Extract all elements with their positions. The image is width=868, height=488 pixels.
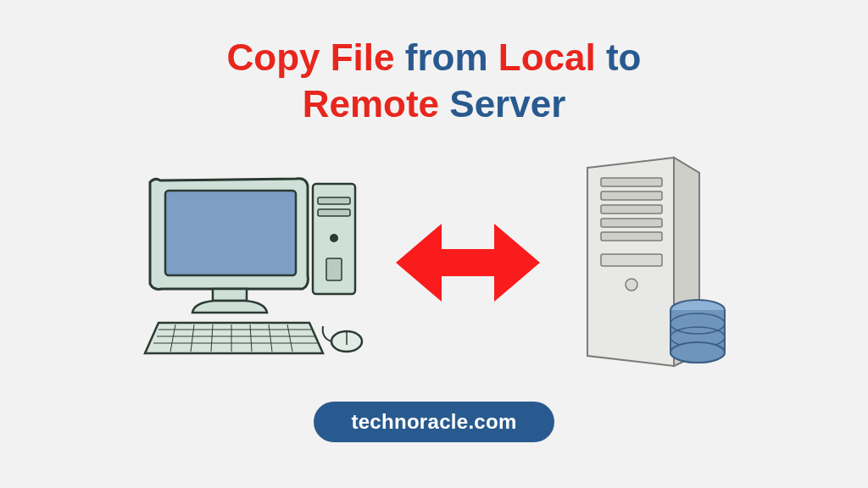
svg-rect-23: [601, 219, 662, 227]
remote-server-icon: [565, 152, 735, 373]
site-badge: technoracle.com: [314, 402, 554, 442]
local-computer-icon: [133, 157, 370, 369]
svg-rect-25: [601, 254, 662, 266]
svg-marker-19: [396, 224, 540, 302]
svg-rect-5: [165, 191, 296, 275]
page-title: Copy File from Local to Remote Server: [227, 34, 642, 127]
svg-rect-24: [601, 232, 662, 241]
svg-rect-4: [326, 258, 342, 280]
illustration-row: [133, 152, 735, 373]
title-server: Server: [439, 83, 565, 125]
title-local: Local: [498, 36, 596, 78]
svg-rect-1: [318, 197, 350, 204]
svg-rect-20: [601, 178, 662, 186]
database-icon: [670, 300, 725, 363]
svg-point-3: [330, 234, 338, 242]
svg-point-26: [626, 279, 637, 291]
svg-rect-2: [318, 209, 350, 216]
svg-rect-21: [601, 191, 662, 200]
transfer-arrow-icon: [396, 212, 540, 313]
title-remote: Remote: [303, 83, 439, 125]
title-to: to: [596, 36, 642, 78]
svg-rect-22: [601, 205, 662, 214]
title-copy-file: Copy File: [227, 36, 395, 78]
svg-rect-6: [213, 289, 247, 301]
title-from: from: [395, 36, 498, 78]
svg-point-30: [670, 342, 725, 363]
